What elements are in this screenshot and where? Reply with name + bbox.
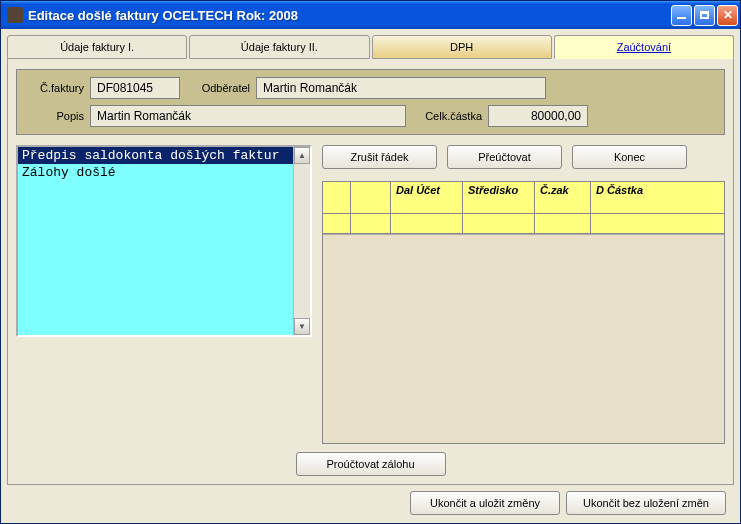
grid-header: Dal Účet Středisko Č.zak D Částka [323, 182, 724, 214]
scroll-down-icon[interactable]: ▼ [294, 318, 310, 335]
tab-dph[interactable]: DPH [372, 35, 552, 59]
info-band: Č.faktury DF081045 Odběratel Martin Roma… [16, 69, 725, 135]
footer-buttons: Ukončit a uložit změny Ukončit bez ulože… [7, 485, 734, 517]
scroll-up-icon[interactable]: ▲ [294, 147, 310, 164]
minimize-button[interactable] [671, 5, 692, 26]
desc-field: Martin Romančák [90, 105, 406, 127]
tab-invoice2[interactable]: Údaje faktury II. [189, 35, 369, 59]
tab-posting[interactable]: Zaúčtování [554, 35, 734, 59]
app-icon [7, 7, 23, 23]
list-item[interactable]: Předpis saldokonta došlých faktur [18, 147, 310, 164]
close-button[interactable]: ✕ [717, 5, 738, 26]
tab-label: Údaje faktury II. [241, 41, 318, 53]
tab-label: DPH [450, 41, 473, 53]
total-label: Celk.částka [412, 110, 482, 122]
customer-field: Martin Romančák [256, 77, 546, 99]
cancel-row-button[interactable]: Zrušit řádek [322, 145, 437, 169]
window-title: Editace došlé faktury OCELTECH Rok: 2008 [28, 8, 671, 23]
right-side: Zrušit řádek Přeúčtovat Konec Dal Účet S… [322, 145, 725, 444]
titlebar: Editace došlé faktury OCELTECH Rok: 2008… [1, 1, 740, 29]
action-buttons: Zrušit řádek Přeúčtovat Konec [322, 145, 725, 169]
tab-label: Údaje faktury I. [60, 41, 134, 53]
col-blank2 [351, 182, 391, 214]
invoice-no-label: Č.faktury [26, 82, 84, 94]
col-dcastka: D Částka [591, 182, 724, 214]
maximize-button[interactable] [694, 5, 715, 26]
tab-invoice1[interactable]: Údaje faktury I. [7, 35, 187, 59]
mid-area: Předpis saldokonta došlých faktur Zálohy… [16, 145, 725, 444]
col-blank1 [323, 182, 351, 214]
tab-panel: Č.faktury DF081045 Odběratel Martin Roma… [7, 59, 734, 485]
recalculate-button[interactable]: Přeúčtovat [447, 145, 562, 169]
col-dal-ucet: Dal Účet [391, 182, 463, 214]
window-controls: ✕ [671, 5, 738, 26]
col-stredisko: Středisko [463, 182, 535, 214]
scrollbar[interactable]: ▲ ▼ [293, 147, 310, 335]
save-and-close-button[interactable]: Ukončit a uložit změny [410, 491, 560, 515]
list-item[interactable]: Zálohy došlé [18, 164, 310, 181]
customer-label: Odběratel [186, 82, 250, 94]
total-field: 80000,00 [488, 105, 588, 127]
grid-row[interactable] [323, 214, 724, 234]
prescription-listbox[interactable]: Předpis saldokonta došlých faktur Zálohy… [16, 145, 312, 337]
desc-label: Popis [26, 110, 84, 122]
posting-grid[interactable]: Dal Účet Středisko Č.zak D Částka [322, 181, 725, 444]
lower-buttons: Proúčtovat zálohu [16, 452, 725, 476]
invoice-no-field: DF081045 [90, 77, 180, 99]
process-advance-button[interactable]: Proúčtovat zálohu [296, 452, 446, 476]
grid-empty-area [323, 234, 724, 443]
col-czak: Č.zak [535, 182, 591, 214]
tab-label: Zaúčtování [617, 41, 671, 53]
client-area: Údaje faktury I. Údaje faktury II. DPH Z… [1, 29, 740, 523]
tabs: Údaje faktury I. Údaje faktury II. DPH Z… [7, 35, 734, 59]
end-button[interactable]: Konec [572, 145, 687, 169]
close-without-save-button[interactable]: Ukončit bez uložení změn [566, 491, 726, 515]
app-window: Editace došlé faktury OCELTECH Rok: 2008… [0, 0, 741, 524]
